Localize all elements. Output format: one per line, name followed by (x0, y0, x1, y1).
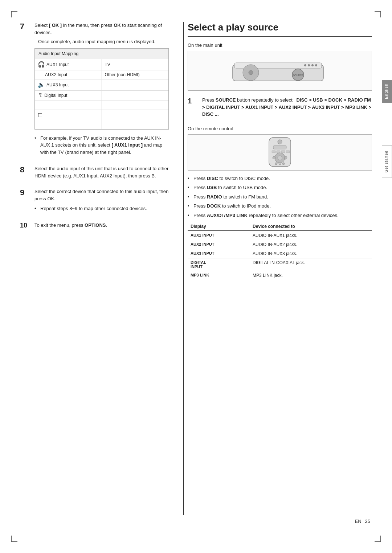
table-cell-icon-5: ◫ (35, 110, 102, 120)
step-7-instruction: Select [ OK ] in the menu, then press OK… (34, 22, 169, 36)
bullet-item: Press RADIO to switch to FM band. (188, 193, 372, 201)
table-row: AUX1 INPUTAUDIO IN-AUX1 jacks. (188, 231, 372, 240)
step-7-number: 7 (20, 22, 31, 31)
svg-text:SOURCE: SOURCE (293, 74, 303, 77)
table-cell-icon-3: 🔈 AUX3 Input (35, 79, 102, 90)
main-unit-svg: SOURCE (229, 56, 331, 86)
svg-rect-16 (286, 151, 290, 153)
table-cell-icon-2: AUX2 Input (35, 70, 102, 79)
right-column: Select a play source On the main unit SO… (183, 22, 372, 515)
svg-point-11 (278, 140, 282, 144)
corner-mark-tr (375, 11, 381, 17)
step-1-instruction: Press SOURCE button repeatedly to select… (202, 97, 372, 118)
page-footer: EN 25 (0, 515, 392, 531)
table-cell-display: AUX1 INPUT (188, 231, 250, 240)
table-row: 🎧 AUX1 Input TV (35, 59, 168, 70)
step-10-block: 10 To exit the menu, press OPTIONS. (20, 222, 169, 231)
svg-point-8 (311, 64, 314, 66)
table-row: AUX3 INPUTAUDIO IN-AUX3 jacks. (188, 249, 372, 258)
corner-mark-tl (11, 11, 17, 17)
section-title: Select a play source (188, 22, 372, 37)
mapping-table-title: Audio Input Mapping (35, 49, 168, 59)
step-1-content: Press SOURCE button repeatedly to select… (202, 97, 372, 120)
step-10-instruction: To exit the menu, press OPTIONS. (34, 222, 169, 229)
table-cell-display: DIGITAL INPUT (188, 258, 250, 271)
mapping-table: 🎧 AUX1 Input TV AUX2 In (35, 59, 168, 129)
table-cell-value-3 (102, 79, 168, 90)
svg-point-21 (275, 163, 277, 165)
input-label-2: AUX2 Input (45, 71, 67, 78)
table-row (35, 101, 168, 110)
table-cell-device: MP3 LINK jack. (250, 271, 372, 280)
step-9-content: Select the correct device that connected… (34, 188, 169, 215)
grid-icon: ◫ (38, 112, 42, 118)
bullet-item: Repeat steps 8~9 to map other connected … (34, 205, 169, 212)
step-7-bullets: For example, if your TV audio is connect… (34, 135, 169, 156)
corner-mark-bl (11, 536, 17, 542)
table-cell-empty-3 (102, 110, 168, 120)
step-7-content: Select [ OK ] in the menu, then press OK… (34, 22, 169, 159)
remote-illustration (188, 134, 372, 171)
table-row: MP3 LINKMP3 LINK jack. (188, 271, 372, 280)
table-cell-icon-4: 🖻 Digital Input (35, 90, 102, 101)
left-column: 7 Select [ OK ] in the menu, then press … (20, 22, 172, 515)
table-cell-empty-2 (102, 101, 168, 110)
bullet-item: Press DISC to switch to DISC mode. (188, 175, 372, 182)
remote-svg (258, 137, 302, 168)
table-row: 🖻 Digital Input (35, 90, 168, 101)
svg-point-19 (273, 156, 275, 159)
step-10-content: To exit the menu, press OPTIONS. (34, 222, 169, 231)
step-8-block: 8 Select the audio input of this unit th… (20, 165, 169, 181)
bullet-item: Press AUX/DI /MP3 LINK repeatedly to sel… (188, 212, 372, 219)
mapping-table-wrap: Audio Input Mapping 🎧 AUX1 Input (34, 48, 169, 130)
main-content: 7 Select [ OK ] in the menu, then press … (0, 22, 392, 515)
table-row: ◫ (35, 110, 168, 120)
table-cell-device: DIGITAL IN-COAXIAL jack. (250, 258, 372, 271)
table-cell-display: MP3 LINK (188, 271, 250, 280)
col-header-display: Display (188, 222, 250, 231)
col-header-device: Device connected to (250, 222, 372, 231)
step-1-number: 1 (188, 97, 199, 105)
english-tab: English (382, 80, 392, 103)
table-cell-device: AUDIO IN-AUX1 jacks. (250, 231, 372, 240)
svg-point-3 (249, 70, 253, 75)
table-row: AUX2 Input Other (non-HDMI) (35, 70, 168, 79)
corner-mark-br (375, 536, 381, 542)
bullet-item: For example, if your TV audio is connect… (34, 135, 169, 156)
connection-table: Display Device connected to AUX1 INPUTAU… (188, 222, 372, 280)
step-9-number: 9 (20, 188, 31, 197)
monitor-icon: 🖻 (38, 92, 43, 99)
svg-point-7 (308, 64, 310, 66)
main-unit-label: On the main unit (188, 42, 372, 48)
table-row (35, 120, 168, 129)
table-cell-display: AUX2 INPUT (188, 240, 250, 249)
step-8-instruction: Select the audio input of this unit that… (34, 165, 169, 179)
input-label-4: Digital Input (44, 92, 67, 99)
step-7-block: 7 Select [ OK ] in the menu, then press … (20, 22, 169, 159)
step-9-bullets: Repeat steps 8~9 to map other connected … (34, 205, 169, 212)
footer-page-number: 25 (365, 519, 370, 524)
footer-language: EN (355, 519, 361, 524)
headphones-icon: 🎧 (38, 60, 45, 69)
speaker-icon: 🔈 (38, 81, 45, 89)
svg-rect-13 (272, 151, 275, 153)
table-row: AUX2 INPUTAUDIO IN-AUX2 jacks. (188, 240, 372, 249)
table-cell-device: AUDIO IN-AUX2 jacks. (250, 240, 372, 249)
bullet-item: Press USB to switch to USB mode. (188, 184, 372, 191)
svg-point-9 (315, 64, 317, 66)
table-cell-value-4 (102, 90, 168, 101)
step-8-content: Select the audio input of this unit that… (34, 165, 169, 181)
table-row: 🔈 AUX3 Input (35, 79, 168, 90)
bullet-item: Press DOCK to switch to iPod mode. (188, 202, 372, 210)
table-cell-icon: 🎧 AUX1 Input (35, 59, 102, 70)
svg-rect-12 (273, 146, 286, 149)
svg-point-18 (278, 156, 282, 160)
get-started-tab: Get started (382, 145, 392, 178)
svg-point-20 (284, 156, 287, 159)
table-cell-empty-5 (102, 120, 168, 129)
step-9-block: 9 Select the correct device that connect… (20, 188, 169, 215)
table-header-row: Display Device connected to (188, 222, 372, 231)
table-cell-empty-4 (35, 120, 102, 129)
main-unit-illustration: SOURCE (188, 51, 372, 91)
table-row: DIGITAL INPUTDIGITAL IN-COAXIAL jack. (188, 258, 372, 271)
